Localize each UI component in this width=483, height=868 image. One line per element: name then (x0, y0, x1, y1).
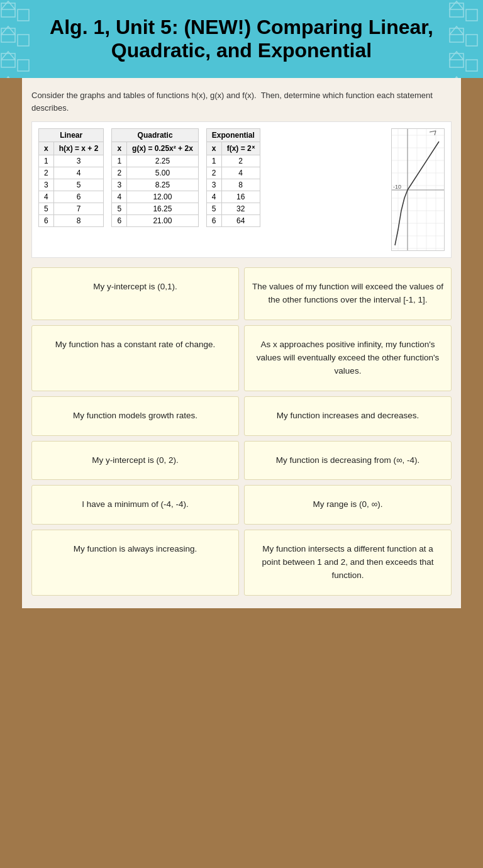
table-row: 412.00 (112, 191, 198, 203)
table-row: 38.25 (112, 179, 198, 191)
table-row: 621.00 (112, 215, 198, 227)
card-item[interactable]: The values of my function will exceed th… (244, 267, 452, 320)
table-row: 25.00 (112, 167, 198, 179)
card-item[interactable]: I have a minimum of (-4, -4). (31, 485, 239, 525)
card-item[interactable]: As x approaches positive infinity, my fu… (244, 325, 452, 391)
card-item[interactable]: My y-intercept is (0,1). (31, 267, 239, 320)
body-inner: Consider the graphs and tables of functi… (22, 78, 461, 608)
table-row: 57 (39, 203, 104, 215)
table-row: 12 (206, 155, 260, 167)
graph-svg: -10 (392, 129, 445, 251)
card-item[interactable]: My y-intercept is (0, 2). (31, 441, 239, 481)
exponential-col-x: x (206, 142, 221, 155)
card-item[interactable]: My function is decreasing from (∞, -4). (244, 441, 452, 481)
exponential-table: Exponential x f(x) = 2ˣ 122438416532664 (206, 128, 260, 227)
quadratic-title: Quadratic (112, 129, 198, 142)
card-grid: My y-intercept is (0,1).The values of my… (31, 267, 452, 596)
header: Alg. 1, Unit 5: (NEW!) Comparing Linear,… (0, 0, 483, 78)
table-row: 24 (206, 167, 260, 179)
linear-title: Linear (39, 129, 104, 142)
exponential-col-f: f(x) = 2ˣ (221, 142, 260, 155)
card-item[interactable]: My function models growth rates. (31, 396, 239, 436)
quadratic-col-x: x (112, 142, 127, 155)
table-row: 35 (39, 179, 104, 191)
body-wrapper: Consider the graphs and tables of functi… (0, 78, 483, 608)
card-item[interactable]: My range is (0, ∞). (244, 485, 452, 525)
table-row: 13 (39, 155, 104, 167)
svg-line-50 (408, 142, 439, 190)
linear-table: Linear x h(x) = x + 2 132435465768 (38, 128, 104, 227)
table-row: 68 (39, 215, 104, 227)
page: Alg. 1, Unit 5: (NEW!) Comparing Linear,… (0, 0, 483, 608)
graph-box: -10 (391, 128, 445, 251)
quadratic-col-g: g(x) = 0.25x² + 2x (127, 142, 199, 155)
card-item[interactable]: My function increases and decreases. (244, 396, 452, 436)
table-row: 664 (206, 215, 260, 227)
table-row: 416 (206, 191, 260, 203)
quadratic-table: Quadratic x g(x) = 0.25x² + 2x 12.2525.0… (111, 128, 198, 227)
exponential-title: Exponential (206, 129, 260, 142)
card-item[interactable]: My function is always increasing. (31, 530, 239, 596)
table-row: 24 (39, 167, 104, 179)
tables-graph-section: Linear x h(x) = x + 2 132435465768 Quadr… (31, 121, 452, 258)
table-row: 532 (206, 203, 260, 215)
table-row: 12.25 (112, 155, 198, 167)
table-row: 46 (39, 191, 104, 203)
intro-text: Consider the graphs and tables of functi… (31, 89, 452, 114)
card-item[interactable]: My function has a constant rate of chang… (31, 325, 239, 391)
tables-row: Linear x h(x) = x + 2 132435465768 Quadr… (38, 128, 385, 227)
cards-section: My y-intercept is (0,1).The values of my… (31, 267, 452, 596)
table-row: 516.25 (112, 203, 198, 215)
header-inner: Alg. 1, Unit 5: (NEW!) Comparing Linear,… (0, 0, 483, 78)
linear-col-x: x (39, 142, 54, 155)
card-item[interactable]: My function intersects a different funct… (244, 530, 452, 596)
table-row: 38 (206, 179, 260, 191)
linear-col-h: h(x) = x + 2 (53, 142, 104, 155)
svg-text:-10: -10 (393, 184, 401, 190)
page-title: Alg. 1, Unit 5: (NEW!) Comparing Linear,… (38, 16, 445, 62)
